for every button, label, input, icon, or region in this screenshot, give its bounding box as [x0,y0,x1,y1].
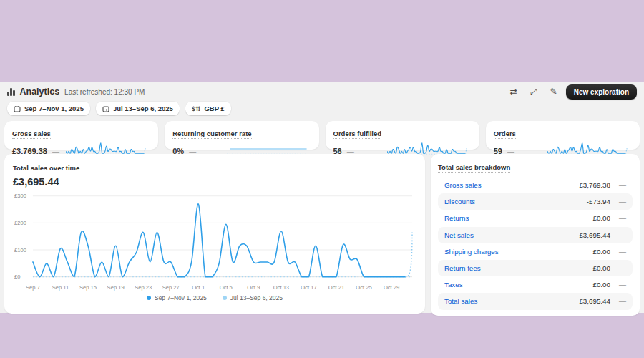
no-change-indicator: — [610,281,626,289]
legend-dot-compare [223,296,227,300]
svg-text:Oct 25: Oct 25 [356,284,371,291]
breakdown-row-link[interactable]: Returns [444,214,469,222]
svg-text:Oct 9: Oct 9 [247,284,260,291]
sparkline-chart [387,141,472,155]
breakdown-row-link[interactable]: Return fees [444,264,481,272]
date-range-label: Sep 7–Nov 1, 2025 [24,105,84,112]
breakdown-row-value: £3,769.38 [579,181,610,189]
filter-bar: Sep 7–Nov 1, 2025 Jul 13–Sep 6, 2025 $⇅ … [0,100,644,120]
svg-text:Oct 5: Oct 5 [220,284,233,291]
analytics-app: Analytics Last refreshed: 12:30 PM ⇄ ⤢ ✎… [0,82,644,313]
svg-text:Sep 19: Sep 19 [107,284,125,291]
metric-title: Orders fulfilled [333,130,382,139]
breakdown-row-value: £0.00 [592,214,610,222]
breakdown-row-value: £0.00 [592,281,610,289]
breakdown-row-value: £3,695.44 [579,231,610,239]
bar-chart-icon [7,88,15,96]
total-sales-chart-panel: Total sales over time £3,695.44 — £0£100… [4,154,425,314]
metric-cards-row: Gross sales £3,769.38— Returning custome… [0,120,644,150]
breakdown-row-value: £0.00 [592,264,610,272]
legend-item-compare-period[interactable]: Jul 13–Sep 6, 2025 [223,294,283,301]
breakdown-row: Returns£0.00— [438,210,633,226]
breakdown-title: Total sales breakdown [438,163,510,173]
main-content: Total sales over time £3,695.44 — £0£100… [0,150,644,316]
no-change-indicator: — [610,198,626,205]
svg-text:Sep 27: Sep 27 [162,284,180,291]
chart-legend: Sep 7–Nov 1, 2025 Jul 13–Sep 6, 2025 [13,294,416,301]
currency-label: GBP £ [204,105,224,112]
breakdown-row: Gross sales£3,769.38— [438,177,633,193]
svg-text:£100: £100 [14,247,26,253]
svg-text:£200: £200 [14,220,26,226]
metric-title: Orders [494,130,516,139]
no-change-indicator: — [65,178,72,186]
breakdown-row: Return fees£0.00— [438,260,633,276]
breakdown-row-link[interactable]: Taxes [444,281,463,289]
no-change-indicator: — [610,231,626,239]
breakdown-row: Net sales£3,695.44— [438,227,633,243]
currency-icon: $⇅ [192,105,201,112]
svg-text:Sep 15: Sep 15 [79,284,97,291]
sparkline-chart [547,141,632,155]
svg-text:Oct 21: Oct 21 [328,284,344,291]
total-sales-line-chart: £0£100£200£300Sep 7Sep 11Sep 15Sep 19Sep… [13,189,416,294]
metric-card-returning-customer-rate[interactable]: Returning customer rate 0%— [165,121,318,150]
metric-card-gross-sales[interactable]: Gross sales £3,769.38— [4,121,158,150]
breakdown-row-link[interactable]: Shipping charges [444,248,499,256]
svg-text:Oct 29: Oct 29 [384,284,399,291]
sparkline-chart [66,141,150,155]
no-change-indicator: — [610,214,626,222]
breakdown-row-link[interactable]: Net sales [444,231,474,239]
page-title: Analytics [20,87,60,97]
compare-range-button[interactable]: Jul 13–Sep 6, 2025 [96,102,180,115]
breakdown-row: Taxes£0.00— [438,276,633,293]
svg-text:Sep 11: Sep 11 [52,284,69,291]
breakdown-row: Shipping charges£0.00— [438,243,633,260]
breakdown-row-value: £0.00 [592,248,610,256]
refresh-icon[interactable]: ⇄ [506,84,522,99]
breakdown-row-link[interactable]: Total sales [444,297,477,305]
compare-range-label: Jul 13–Sep 6, 2025 [113,105,173,112]
no-change-indicator: — [610,297,626,305]
svg-text:£0: £0 [14,274,20,280]
svg-text:Oct 1: Oct 1 [192,284,205,291]
svg-text:£300: £300 [14,193,26,199]
svg-text:Sep 23: Sep 23 [135,284,152,291]
metric-title: Gross sales [12,130,51,139]
metric-title: Returning customer rate [172,130,251,139]
currency-button[interactable]: $⇅ GBP £ [185,102,231,115]
breakdown-row-link[interactable]: Gross sales [444,181,482,189]
new-exploration-button[interactable]: New exploration [566,84,637,100]
legend-item-current-period[interactable]: Sep 7–Nov 1, 2025 [147,294,207,301]
metric-card-orders-fulfilled[interactable]: Orders fulfilled 56— [326,121,479,150]
breakdown-row: Total sales£3,695.44— [438,293,633,309]
no-change-indicator: — [610,264,626,272]
expand-icon[interactable]: ⤢ [526,84,542,99]
no-change-indicator: — [610,181,626,189]
svg-text:Oct 13: Oct 13 [273,284,289,291]
last-refreshed-text: Last refreshed: 12:30 PM [64,88,145,96]
breakdown-row-link[interactable]: Discounts [444,198,475,205]
sparkline-chart [227,141,311,155]
top-bar: Analytics Last refreshed: 12:30 PM ⇄ ⤢ ✎… [0,82,644,100]
date-range-button[interactable]: Sep 7–Nov 1, 2025 [7,102,90,115]
metric-card-orders[interactable]: Orders 59— [486,121,640,150]
calendar-compare-icon [102,105,109,112]
breakdown-row-value: £3,695.44 [579,297,610,305]
breakdown-row: Discounts-£73.94— [438,193,633,210]
breakdown-rows: Gross sales£3,769.38—Discounts-£73.94—Re… [438,177,633,310]
total-sales-breakdown-panel: Total sales breakdown Gross sales£3,769.… [431,154,640,316]
chart-total-value: £3,695.44 [13,176,59,188]
no-change-indicator: — [610,248,626,256]
legend-dot-current [147,296,151,300]
chart-title: Total sales over time [13,164,79,173]
calendar-icon [14,105,21,112]
breakdown-row-value: -£73.94 [587,198,610,205]
svg-text:Sep 7: Sep 7 [26,284,40,291]
edit-icon[interactable]: ✎ [546,84,562,99]
svg-text:Oct 17: Oct 17 [301,284,316,291]
